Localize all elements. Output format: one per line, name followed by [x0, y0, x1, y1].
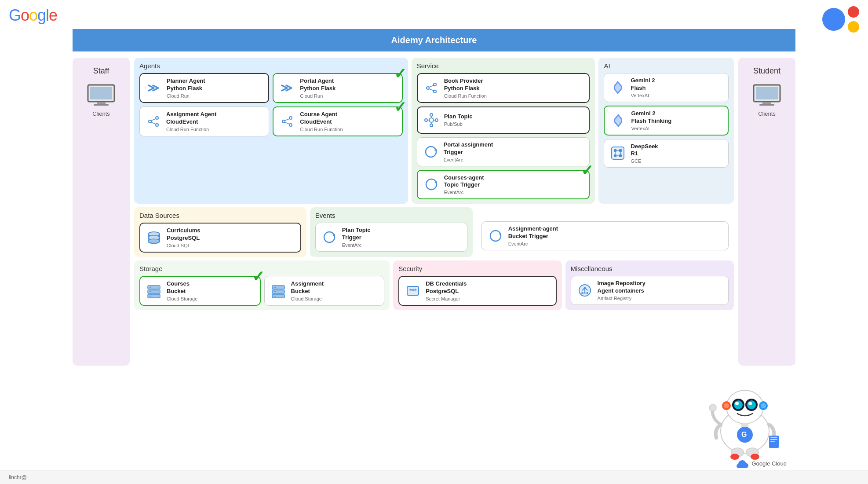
student-panel: Student Clients	[738, 58, 795, 366]
book-provider-sub: Cloud Run Function	[444, 93, 487, 99]
courses-agent-trigger-card: Courses-agentTopic Trigger EventArc ✓	[417, 170, 590, 200]
events-title: Events	[315, 212, 467, 219]
curriculums-icon	[145, 228, 163, 247]
courses-agent-trigger-checkmark: ✓	[581, 163, 593, 178]
assignment-agent-icon	[144, 112, 163, 131]
svg-rect-67	[756, 87, 778, 99]
svg-point-79	[724, 403, 729, 408]
svg-point-10	[289, 117, 292, 119]
gemini-flash-card: Gemini 2Flash VertexAI	[604, 73, 729, 102]
gemini-flash-thinking-card: Gemini 2Flash Thinking VertexAI	[604, 106, 729, 136]
svg-point-21	[435, 119, 438, 121]
student-label: Student	[753, 66, 780, 76]
svg-text:***: ***	[409, 287, 417, 294]
assignment-bucket-trigger-section: Assignment-agentBucket Trigger EventArc	[476, 207, 734, 257]
assignment-bucket-name: AssignmentBucket	[291, 280, 324, 295]
gemini-flash-thinking-name: Gemini 2Flash Thinking	[631, 110, 671, 125]
svg-line-13	[285, 122, 289, 124]
data-sources-section: Data Sources CurriculumsPostgreSQL	[134, 207, 306, 257]
planner-agent-sub: Cloud Run	[167, 93, 205, 99]
svg-rect-88	[770, 441, 775, 442]
planner-agent-card: Planner AgentPython Flask Cloud Run	[139, 73, 269, 103]
agents-title: Agents	[139, 62, 403, 70]
staff-label: Staff	[93, 66, 109, 76]
gemini-flash-icon	[609, 78, 627, 97]
svg-point-20	[425, 119, 427, 121]
plan-topic-name: Plan Topic	[444, 113, 473, 121]
assignment-bucket-trigger-sub: EventArc	[508, 241, 558, 246]
svg-point-75	[747, 400, 756, 409]
staff-monitor-icon	[86, 83, 117, 107]
assignment-agent-name: Assignment AgentCloudEvent	[166, 111, 216, 126]
image-repo-sub: Artifact Registry	[598, 296, 646, 301]
svg-rect-34	[612, 147, 624, 159]
svg-rect-69	[759, 104, 774, 106]
book-provider-name: Book ProviderPython Flask	[444, 77, 487, 92]
svg-line-12	[285, 119, 289, 121]
svg-point-74	[734, 400, 743, 409]
svg-point-65	[584, 287, 586, 289]
svg-point-45	[148, 239, 160, 243]
data-sources-title: Data Sources	[139, 212, 301, 219]
svg-point-22	[430, 114, 433, 116]
svg-line-7	[151, 119, 156, 121]
google-logo: Google	[9, 6, 57, 25]
assignment-agent-card: Assignment AgentCloudEvent Cloud Run Fun…	[139, 106, 269, 136]
google-cloud-text: Google Cloud	[752, 460, 787, 467]
svg-text:G: G	[741, 431, 747, 438]
assignment-bucket-icon	[269, 282, 288, 300]
portal-assignment-trigger-name: Portal assignmentTrigger	[444, 141, 493, 156]
courses-bucket-icon	[145, 282, 163, 300]
svg-rect-2	[97, 102, 106, 104]
book-provider-card: Book ProviderPython Flask Cloud Run Func…	[417, 73, 590, 103]
assignment-bucket-trigger-name: Assignment-agentBucket Trigger	[508, 225, 558, 240]
svg-rect-38	[619, 154, 622, 157]
footer: linchr@	[0, 470, 868, 484]
svg-line-8	[151, 122, 156, 124]
portal-assignment-trigger-card: Portal assignmentTrigger EventArc	[417, 137, 590, 166]
google-cloud-logo: Google Cloud	[735, 458, 787, 468]
db-credentials-sub: Secret Manager	[426, 296, 467, 301]
misc-title: Miscellaneous	[571, 265, 729, 272]
svg-rect-35	[614, 149, 616, 152]
svg-point-16	[434, 90, 436, 93]
ai-section: AI Gemini 2Flash VertexAI	[598, 58, 734, 204]
svg-point-9	[282, 120, 285, 123]
student-monitor-icon	[751, 83, 782, 107]
plan-topic-trigger-sub: EventArc	[342, 242, 371, 248]
ai-title: AI	[604, 62, 729, 70]
svg-point-76	[735, 402, 739, 405]
course-agent-card: Course AgentCloudEvent Cloud Run Functio…	[273, 106, 402, 136]
course-agent-sub: Cloud Run Function	[300, 127, 343, 132]
svg-point-19	[429, 118, 434, 122]
curriculums-name: CurriculumsPostgreSQL	[167, 227, 201, 242]
plan-topic-card: Plan Topic Pub/Sub	[417, 106, 590, 134]
svg-point-14	[427, 87, 429, 89]
course-agent-icon	[278, 112, 296, 131]
svg-point-4	[149, 120, 151, 123]
gemini-flash-thinking-icon	[609, 111, 627, 130]
db-credentials-card: *** DB CredentialsPostgreSQL Secret Mana…	[398, 276, 556, 306]
assignment-agent-sub: Cloud Run Function	[166, 127, 216, 132]
svg-point-81	[761, 403, 766, 408]
portal-agent-sub: Cloud Run	[300, 93, 336, 99]
svg-point-23	[430, 124, 433, 127]
gemini-flash-name: Gemini 2Flash	[631, 77, 655, 92]
svg-point-64	[587, 292, 588, 294]
curriculums-sub: Cloud SQL	[167, 243, 201, 248]
svg-rect-87	[770, 439, 777, 440]
plan-topic-trigger-name: Plan TopicTrigger	[342, 227, 371, 242]
db-credentials-icon: ***	[404, 282, 422, 300]
footer-user: linchr@	[9, 474, 27, 480]
portal-agent-name: Portal AgentPython Flask	[300, 77, 336, 92]
courses-agent-trigger-icon	[422, 175, 441, 194]
svg-line-18	[429, 89, 434, 91]
svg-point-71	[726, 390, 763, 424]
student-client-label: Clients	[758, 110, 776, 117]
assignment-bucket-sub: Cloud Storage	[291, 296, 324, 301]
portal-assignment-trigger-icon	[422, 143, 440, 161]
deepseek-card: DeepSeekR1 GCE	[604, 139, 729, 168]
image-repo-icon	[576, 281, 594, 300]
db-credentials-name: DB CredentialsPostgreSQL	[426, 280, 467, 295]
service-title: Service	[417, 62, 590, 70]
